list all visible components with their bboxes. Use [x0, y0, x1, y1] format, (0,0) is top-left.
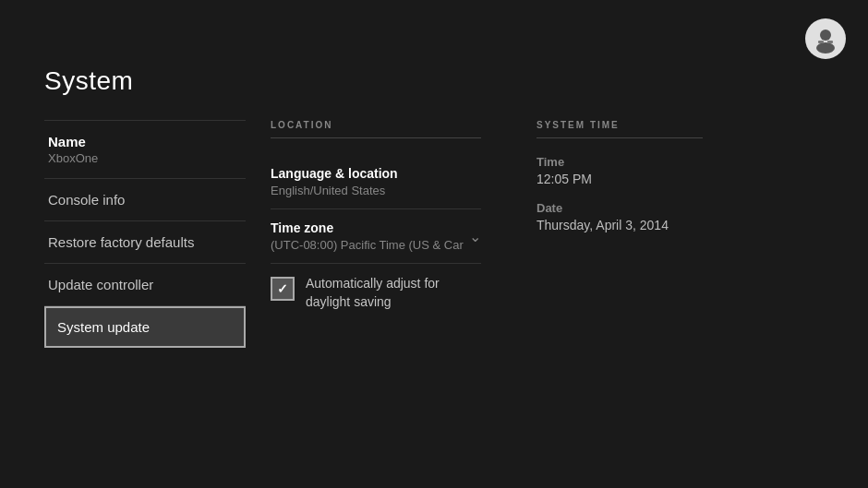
- language-value: English/United States: [271, 184, 481, 197]
- svg-rect-2: [818, 41, 824, 43]
- sidebar: Name XboxOne Console info Restore factor…: [44, 120, 246, 348]
- system-time-title: SYSTEM TIME: [536, 120, 703, 138]
- sidebar-item-system-update[interactable]: System update: [44, 306, 246, 348]
- sidebar-item-update-controller[interactable]: Update controller: [44, 264, 246, 306]
- timezone-group[interactable]: Time zone (UTC-08:00) Pacific Time (US &…: [271, 209, 481, 264]
- daylight-saving-label: Automatically adjust for daylight saving: [306, 275, 481, 311]
- daylight-saving-checkbox[interactable]: ✓: [271, 277, 295, 301]
- date-label: Date: [536, 201, 703, 215]
- svg-point-0: [820, 30, 831, 41]
- svg-point-1: [816, 42, 835, 54]
- page-title: System: [44, 66, 133, 96]
- time-group: Time 12:05 PM: [536, 155, 703, 186]
- timezone-value: (UTC-08:00) Pacific Time (US & Car: [271, 238, 464, 252]
- language-label: Language & location: [271, 166, 481, 181]
- sidebar-item-console-info[interactable]: Console info: [44, 179, 246, 221]
- sidebar-item-restore-factory[interactable]: Restore factory defaults: [44, 221, 246, 264]
- time-value: 12:05 PM: [536, 172, 703, 186]
- time-label: Time: [536, 155, 703, 169]
- location-section-title: LOCATION: [271, 120, 481, 138]
- main-content: LOCATION Language & location English/Uni…: [271, 120, 868, 322]
- checkbox-checkmark: ✓: [277, 281, 288, 296]
- svg-rect-3: [827, 41, 833, 43]
- location-section: LOCATION Language & location English/Uni…: [271, 120, 500, 322]
- timezone-dropdown-arrow: ⌄: [469, 228, 481, 245]
- system-time-section: SYSTEM TIME Time 12:05 PM Date Thursday,…: [500, 120, 703, 322]
- timezone-row: Time zone (UTC-08:00) Pacific Time (US &…: [271, 220, 481, 252]
- timezone-label: Time zone: [271, 220, 464, 235]
- sidebar-item-name[interactable]: Name XboxOne: [44, 120, 246, 179]
- daylight-saving-row: ✓ Automatically adjust for daylight savi…: [271, 264, 481, 322]
- date-group: Date Thursday, April 3, 2014: [536, 201, 703, 232]
- user-avatar[interactable]: [805, 18, 846, 59]
- language-location-group[interactable]: Language & location English/United State…: [271, 155, 481, 209]
- date-value: Thursday, April 3, 2014: [536, 218, 703, 232]
